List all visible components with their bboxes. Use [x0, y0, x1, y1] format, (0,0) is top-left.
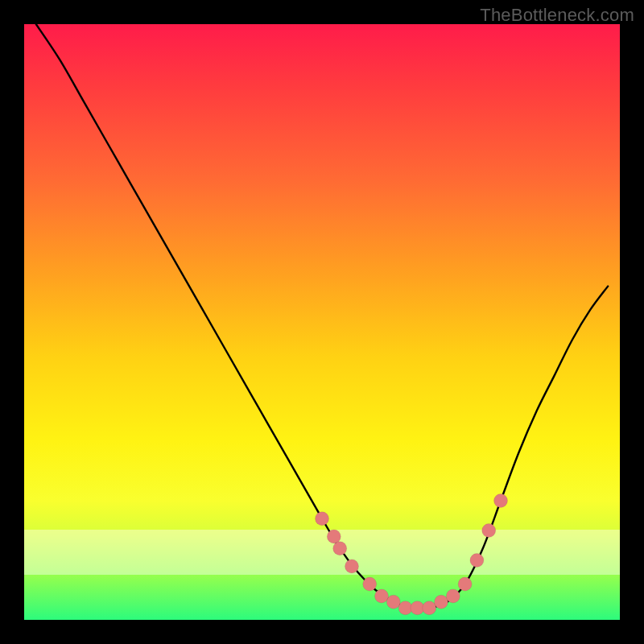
sample-dot: [435, 595, 448, 609]
sample-dot: [470, 554, 484, 568]
sample-dot: [316, 512, 329, 526]
sample-dot: [446, 589, 460, 603]
sample-dot: [482, 524, 496, 538]
sample-dot: [375, 589, 389, 603]
curve-layer: [24, 24, 620, 620]
sample-dot: [363, 577, 377, 591]
plot-area: [24, 24, 620, 620]
chart-stage: TheBottleneck.com: [0, 0, 644, 644]
sample-dot: [458, 577, 472, 591]
sample-dot: [494, 494, 508, 508]
sample-dot: [411, 601, 424, 615]
sample-dot: [345, 559, 359, 573]
sample-dot: [333, 542, 347, 555]
watermark-label: TheBottleneck.com: [480, 5, 634, 26]
sample-dot: [398, 601, 412, 615]
sample-dot: [423, 601, 436, 615]
sample-dot: [386, 595, 400, 609]
sample-dot: [327, 530, 341, 543]
